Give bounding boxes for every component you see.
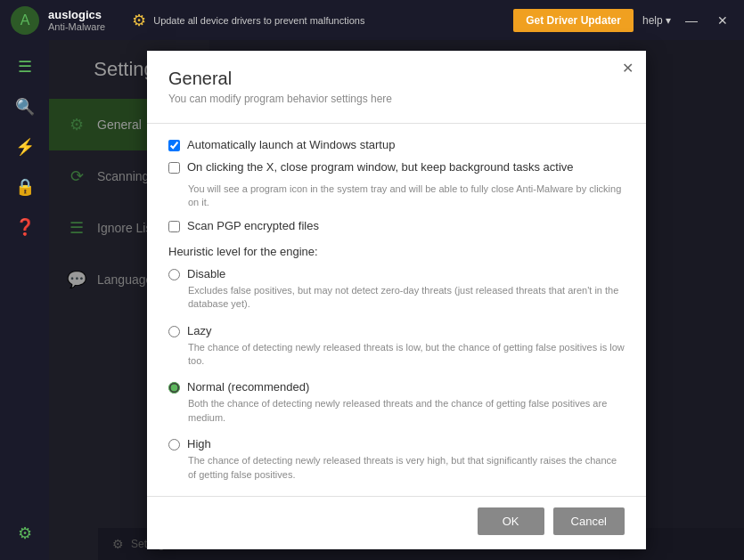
radio-label-lazy[interactable]: Lazy [187, 324, 211, 337]
content-area: Settings ⚙ General ⟳ Scanning ☰ Ignore L… [49, 40, 744, 560]
app-window: A auslogics Anti-Malware ⚙ Update all de… [0, 0, 744, 560]
radio-group-lazy: Lazy The chance of detecting newly relea… [168, 324, 625, 369]
radio-label-high[interactable]: High [187, 437, 211, 450]
radio-desc-lazy: The chance of detecting newly released t… [188, 341, 625, 369]
radio-group-disable: Disable Excludes false positives, but ma… [168, 267, 625, 312]
radio-desc-normal: Both the chance of detecting newly relea… [188, 397, 625, 425]
checkbox-label-auto-launch[interactable]: Automatically launch at Windows startup [187, 138, 395, 151]
checkbox-keep-bg[interactable] [168, 162, 180, 174]
radio-normal[interactable] [168, 382, 180, 394]
update-text: Update all device drivers to prevent mal… [153, 15, 364, 26]
get-driver-button[interactable]: Get Driver Updater [513, 9, 634, 32]
radio-row-lazy: Lazy [168, 324, 625, 337]
help-button[interactable]: help ▾ [642, 14, 671, 27]
radio-label-normal[interactable]: Normal (recommended) [187, 380, 309, 394]
radio-desc-high: The chance of detecting newly released t… [188, 454, 625, 482]
checkbox-row-scan-pgp: Scan PGP encrypted files [168, 219, 625, 232]
sidebar-icon-search[interactable]: 🔍 [7, 89, 43, 125]
radio-group-high: High The chance of detecting newly relea… [168, 437, 625, 482]
checkbox-desc-keep-bg: You will see a program icon in the syste… [188, 183, 625, 210]
top-bar: A auslogics Anti-Malware ⚙ Update all de… [0, 0, 744, 40]
dialog-close-button[interactable]: ✕ [617, 58, 639, 79]
minimize-button[interactable]: — [680, 12, 703, 29]
settings-dialog: ✕ General You can modify program behavio… [147, 51, 646, 549]
app-logo: A [11, 6, 39, 35]
sidebar-bottom: ⚙ [0, 515, 49, 551]
app-title-group: auslogics Anti-Malware [48, 8, 105, 32]
sidebar-icon-question[interactable]: ❓ [7, 209, 43, 245]
sidebar-icon-shield[interactable]: 🔒 [7, 169, 43, 205]
dialog-title: General [168, 69, 625, 89]
dialog-subtitle: You can modify program behavior settings… [168, 93, 625, 105]
radio-high[interactable] [168, 439, 180, 450]
dialog-footer: OK Cancel [147, 496, 646, 549]
radio-row-high: High [168, 437, 625, 450]
cancel-button[interactable]: Cancel [553, 507, 625, 535]
app-title: auslogics [48, 8, 105, 21]
checkbox-row-keep-bg: On clicking the X, close program window,… [168, 160, 625, 174]
dialog-body: Automatically launch at Windows startup … [147, 124, 646, 496]
radio-label-disable[interactable]: Disable [187, 267, 225, 280]
update-notice: ⚙ Update all device drivers to prevent m… [132, 11, 504, 30]
checkbox-auto-launch[interactable] [168, 140, 180, 151]
sidebar-icon-gear[interactable]: ⚙ [7, 515, 43, 551]
radio-disable[interactable] [168, 269, 180, 280]
modal-overlay: ✕ General You can modify program behavio… [49, 40, 744, 560]
checkbox-scan-pgp[interactable] [168, 221, 180, 232]
dialog-header: General You can modify program behavior … [147, 51, 646, 124]
ok-button[interactable]: OK [478, 507, 544, 535]
radio-lazy[interactable] [168, 326, 180, 337]
top-bar-right: help ▾ — ✕ [642, 12, 733, 29]
logo-char: A [20, 12, 30, 28]
radio-row-disable: Disable [168, 267, 625, 280]
app-close-button[interactable]: ✕ [712, 12, 733, 29]
sidebar-icon-home[interactable]: ☰ [7, 49, 43, 85]
update-icon: ⚙ [132, 11, 146, 30]
checkbox-label-keep-bg[interactable]: On clicking the X, close program window,… [187, 160, 574, 174]
radio-desc-disable: Excludes false positives, but may not de… [188, 284, 625, 312]
heuristic-section-label: Heuristic level for the engine: [168, 245, 625, 258]
checkbox-label-scan-pgp[interactable]: Scan PGP encrypted files [187, 219, 319, 232]
checkbox-row-auto-launch: Automatically launch at Windows startup [168, 138, 625, 151]
sidebar-icon-threats[interactable]: ⚡ [7, 129, 43, 165]
radio-group-normal: Normal (recommended) Both the chance of … [168, 380, 625, 425]
radio-row-normal: Normal (recommended) [168, 380, 625, 394]
sidebar: ☰ 🔍 ⚡ 🔒 ❓ ⚙ [0, 40, 49, 560]
app-subtitle: Anti-Malware [48, 21, 105, 32]
